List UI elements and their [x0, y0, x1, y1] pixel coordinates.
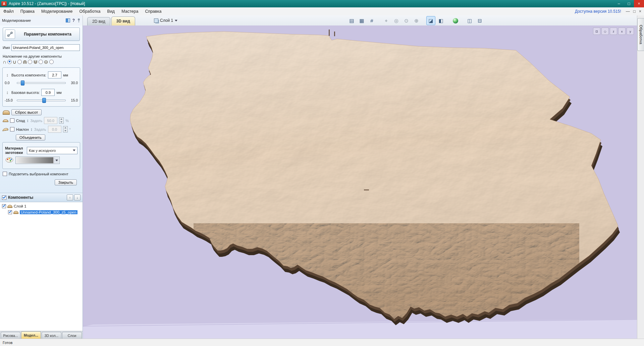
tilt-icon	[2, 127, 9, 131]
reset-heights-button[interactable]: Сброс высот	[11, 109, 42, 115]
single-view-icon[interactable]: ◫	[465, 16, 474, 25]
tab-3d-view[interactable]: 3D вид	[111, 16, 135, 25]
tilt-direction-icon[interactable]: ↕	[31, 127, 33, 132]
statusbar: Готов	[0, 339, 644, 346]
combine-merge-high-radio[interactable]	[28, 60, 32, 64]
material-select[interactable]: Как у исходного	[27, 147, 77, 154]
highlight-component-checkbox[interactable]	[3, 172, 7, 176]
combine-add-icon: ∩	[3, 59, 6, 64]
component-visibility-checkbox[interactable]	[8, 210, 12, 214]
app-icon: A	[1, 1, 7, 6]
tree-row-layer[interactable]: Слой 1	[0, 203, 83, 209]
shading-toggle-icon[interactable]: ◪	[426, 16, 435, 25]
fade-amount-input[interactable]	[44, 117, 57, 124]
component-name-input[interactable]	[11, 44, 80, 51]
y-view-button[interactable]: y	[627, 27, 634, 35]
view-tab-bar: 2D вид 3D вид	[87, 16, 136, 25]
menu-toolpaths[interactable]: Обработка	[76, 9, 104, 14]
menu-modeling[interactable]: Моделирование	[38, 9, 76, 14]
component-height-input[interactable]	[48, 71, 61, 78]
components-visibility-checkbox[interactable]	[2, 195, 6, 200]
menu-help[interactable]: Справка	[142, 9, 165, 14]
snap-grid-icon[interactable]: ▦	[357, 16, 366, 25]
close-panel-button[interactable]: Закрыть	[55, 179, 77, 185]
material-label: Материал заготовки	[5, 146, 25, 155]
zoom-extents-icon[interactable]: ⊕	[412, 16, 421, 25]
color-swatch-select[interactable]	[15, 157, 60, 164]
color-swatch	[16, 157, 53, 163]
base-height-slider-row: -15.0 15.0	[5, 98, 78, 103]
app-window: { "titlebar": { "title": "Aspire 10.512 …	[0, 0, 644, 346]
minimize-button[interactable]: –	[614, 0, 624, 7]
fade-checkbox[interactable]	[10, 118, 14, 123]
panel-tab-layers[interactable]: Слои	[62, 332, 82, 339]
layer-visibility-checkbox[interactable]	[2, 204, 6, 208]
grid-toggle-icon[interactable]: #	[367, 16, 376, 25]
update-version-link[interactable]: Доступна версия 10.515!	[575, 9, 621, 14]
isometric-view-button[interactable]: ⊡	[593, 27, 600, 35]
base-height-input[interactable]	[41, 89, 55, 96]
split-view-icon[interactable]: ⊟	[475, 16, 484, 25]
snap-guides-icon[interactable]: ▤	[347, 16, 356, 25]
fade-direction-icon[interactable]: ↕	[26, 118, 29, 123]
mdi-close-button[interactable]: ×	[639, 9, 641, 14]
combine-merge-low-radio[interactable]	[39, 60, 43, 64]
tab-toolpaths[interactable]: Обработка	[637, 18, 644, 51]
palette-icon[interactable]	[5, 156, 14, 164]
tree-row-component[interactable]: Unnamed-Poland_300_z5_open	[0, 209, 83, 215]
right-dock: Обработка	[637, 15, 644, 339]
material-sphere-icon[interactable]	[451, 16, 460, 25]
mdi-restore-button[interactable]: □	[633, 9, 636, 14]
pin-icon[interactable]	[77, 18, 80, 23]
wireframe-toggle-icon[interactable]: ◧	[436, 16, 445, 25]
panel-tab-clipart[interactable]: 3D кол...	[42, 332, 61, 339]
component-height-slider[interactable]	[17, 80, 66, 85]
combine-merge-low-icon: ⋓	[33, 59, 38, 64]
base-height-icon: ↕	[5, 90, 10, 95]
component-height-label: Высота компонента:	[11, 73, 46, 77]
tab-2d-view[interactable]: 2D вид	[87, 17, 110, 25]
layer-selector[interactable]: Слой 1	[152, 17, 180, 24]
merge-button[interactable]: Объединить	[16, 134, 45, 140]
fade-spinner[interactable]	[59, 117, 64, 124]
close-button[interactable]: ×	[634, 0, 644, 7]
reset-heights-icon	[3, 110, 10, 115]
plan-view-button[interactable]: ◇	[601, 27, 609, 35]
combine-add-radio[interactable]	[7, 60, 12, 64]
pan-view-icon[interactable]: ⌖	[382, 16, 391, 25]
3d-scene	[83, 25, 637, 339]
menu-file[interactable]: Файл	[0, 9, 17, 14]
menu-gadgets[interactable]: Мастера	[118, 9, 142, 14]
move-up-button[interactable]: ↑	[67, 194, 73, 200]
tilt-spinner[interactable]	[63, 126, 68, 132]
zoom-drag-icon[interactable]: ⊙	[402, 16, 411, 25]
menu-view[interactable]: Вид	[104, 9, 118, 14]
component-height-row: ↕ Высота компонента: мм	[5, 71, 77, 78]
base-slider-handle[interactable]	[42, 98, 46, 103]
help-icon[interactable]: ?	[72, 18, 75, 23]
mdi-minimize-button[interactable]: —	[626, 9, 630, 14]
window-controls: – □ ×	[614, 0, 644, 7]
x-view-button[interactable]: x	[618, 27, 626, 35]
combine-subtract-radio[interactable]	[17, 60, 22, 64]
swatch-dropdown-button[interactable]	[54, 157, 59, 163]
z-view-button[interactable]: z	[610, 27, 617, 35]
tilt-checkbox[interactable]	[10, 127, 14, 131]
height-slider-handle[interactable]	[21, 80, 24, 85]
combine-multiply-radio[interactable]	[49, 60, 54, 64]
menubar: Файл Правка Моделирование Обработка Вид …	[0, 7, 644, 16]
toolpaths-tab-label: Обработка	[639, 25, 643, 44]
layer-selector-value: Слой 1	[160, 18, 173, 23]
panel-tab-modeling[interactable]: Модел...	[21, 331, 41, 339]
3d-viewport[interactable]: ⊡ ◇ z x y	[83, 25, 637, 339]
maximize-button[interactable]: □	[624, 0, 634, 7]
tilt-amount-input[interactable]	[48, 126, 61, 133]
panel-tab-drawing[interactable]: Рисова...	[1, 332, 20, 339]
move-down-button[interactable]: ↓	[74, 194, 80, 200]
component-parameters-panel: Параметры компонента Имя Наложение на др…	[0, 25, 83, 193]
dock-panel-icon[interactable]	[66, 18, 70, 22]
zoom-window-icon[interactable]: ◎	[392, 16, 401, 25]
base-height-slider[interactable]	[17, 98, 66, 103]
tilt-label: Наклон	[16, 127, 29, 131]
menu-edit[interactable]: Правка	[17, 9, 38, 14]
